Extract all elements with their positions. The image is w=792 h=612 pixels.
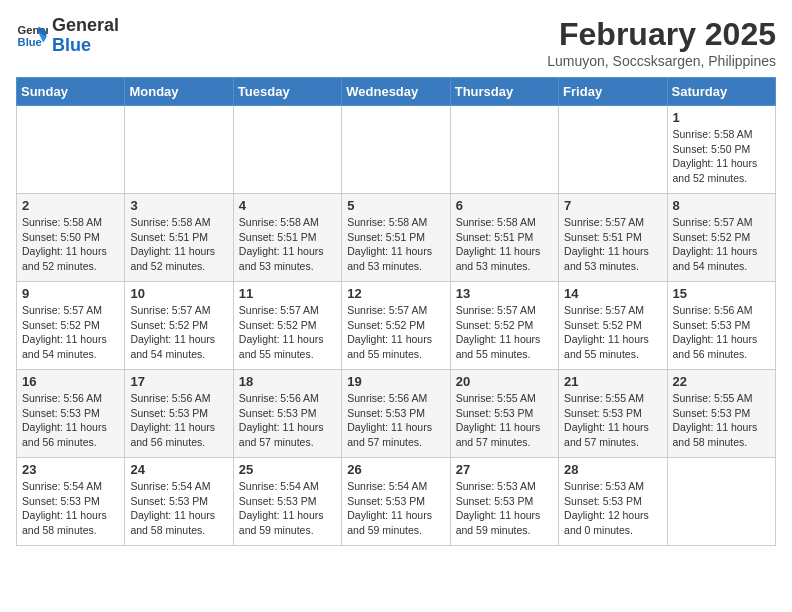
- day-info: Sunrise: 5:53 AM Sunset: 5:53 PM Dayligh…: [456, 479, 553, 538]
- day-info: Sunrise: 5:56 AM Sunset: 5:53 PM Dayligh…: [673, 303, 770, 362]
- calendar-cell: 6Sunrise: 5:58 AM Sunset: 5:51 PM Daylig…: [450, 194, 558, 282]
- day-info: Sunrise: 5:56 AM Sunset: 5:53 PM Dayligh…: [239, 391, 336, 450]
- weekday-header: Saturday: [667, 78, 775, 106]
- calendar-cell: 15Sunrise: 5:56 AM Sunset: 5:53 PM Dayli…: [667, 282, 775, 370]
- day-info: Sunrise: 5:57 AM Sunset: 5:52 PM Dayligh…: [130, 303, 227, 362]
- day-number: 27: [456, 462, 553, 477]
- calendar-cell: 18Sunrise: 5:56 AM Sunset: 5:53 PM Dayli…: [233, 370, 341, 458]
- day-number: 14: [564, 286, 661, 301]
- day-info: Sunrise: 5:55 AM Sunset: 5:53 PM Dayligh…: [456, 391, 553, 450]
- calendar-cell: 21Sunrise: 5:55 AM Sunset: 5:53 PM Dayli…: [559, 370, 667, 458]
- calendar-cell: [125, 106, 233, 194]
- day-number: 2: [22, 198, 119, 213]
- calendar-cell: 13Sunrise: 5:57 AM Sunset: 5:52 PM Dayli…: [450, 282, 558, 370]
- calendar-week-row: 16Sunrise: 5:56 AM Sunset: 5:53 PM Dayli…: [17, 370, 776, 458]
- weekday-header: Monday: [125, 78, 233, 106]
- calendar-week-row: 9Sunrise: 5:57 AM Sunset: 5:52 PM Daylig…: [17, 282, 776, 370]
- calendar-cell: 2Sunrise: 5:58 AM Sunset: 5:50 PM Daylig…: [17, 194, 125, 282]
- day-number: 4: [239, 198, 336, 213]
- calendar-cell: [450, 106, 558, 194]
- calendar-cell: 28Sunrise: 5:53 AM Sunset: 5:53 PM Dayli…: [559, 458, 667, 546]
- day-info: Sunrise: 5:53 AM Sunset: 5:53 PM Dayligh…: [564, 479, 661, 538]
- calendar-cell: 26Sunrise: 5:54 AM Sunset: 5:53 PM Dayli…: [342, 458, 450, 546]
- day-number: 22: [673, 374, 770, 389]
- day-number: 10: [130, 286, 227, 301]
- day-info: Sunrise: 5:55 AM Sunset: 5:53 PM Dayligh…: [564, 391, 661, 450]
- month-title: February 2025: [547, 16, 776, 53]
- day-number: 11: [239, 286, 336, 301]
- page-header: General Blue General Blue February 2025 …: [16, 16, 776, 69]
- day-info: Sunrise: 5:57 AM Sunset: 5:52 PM Dayligh…: [564, 303, 661, 362]
- calendar-cell: [559, 106, 667, 194]
- weekday-header: Wednesday: [342, 78, 450, 106]
- calendar-cell: 1Sunrise: 5:58 AM Sunset: 5:50 PM Daylig…: [667, 106, 775, 194]
- calendar-cell: 25Sunrise: 5:54 AM Sunset: 5:53 PM Dayli…: [233, 458, 341, 546]
- day-info: Sunrise: 5:57 AM Sunset: 5:51 PM Dayligh…: [564, 215, 661, 274]
- calendar-table: SundayMondayTuesdayWednesdayThursdayFrid…: [16, 77, 776, 546]
- calendar-cell: [342, 106, 450, 194]
- day-number: 7: [564, 198, 661, 213]
- day-number: 17: [130, 374, 227, 389]
- calendar-cell: 9Sunrise: 5:57 AM Sunset: 5:52 PM Daylig…: [17, 282, 125, 370]
- calendar-cell: 11Sunrise: 5:57 AM Sunset: 5:52 PM Dayli…: [233, 282, 341, 370]
- day-number: 15: [673, 286, 770, 301]
- day-number: 8: [673, 198, 770, 213]
- day-number: 12: [347, 286, 444, 301]
- day-info: Sunrise: 5:54 AM Sunset: 5:53 PM Dayligh…: [130, 479, 227, 538]
- calendar-cell: 14Sunrise: 5:57 AM Sunset: 5:52 PM Dayli…: [559, 282, 667, 370]
- logo-text: General Blue: [52, 16, 119, 56]
- day-info: Sunrise: 5:58 AM Sunset: 5:51 PM Dayligh…: [456, 215, 553, 274]
- calendar-cell: 8Sunrise: 5:57 AM Sunset: 5:52 PM Daylig…: [667, 194, 775, 282]
- calendar-cell: 19Sunrise: 5:56 AM Sunset: 5:53 PM Dayli…: [342, 370, 450, 458]
- day-number: 20: [456, 374, 553, 389]
- calendar-cell: 20Sunrise: 5:55 AM Sunset: 5:53 PM Dayli…: [450, 370, 558, 458]
- day-number: 19: [347, 374, 444, 389]
- logo-icon: General Blue: [16, 20, 48, 52]
- calendar-cell: 27Sunrise: 5:53 AM Sunset: 5:53 PM Dayli…: [450, 458, 558, 546]
- calendar-cell: 10Sunrise: 5:57 AM Sunset: 5:52 PM Dayli…: [125, 282, 233, 370]
- svg-text:Blue: Blue: [18, 35, 42, 47]
- calendar-cell: 22Sunrise: 5:55 AM Sunset: 5:53 PM Dayli…: [667, 370, 775, 458]
- calendar-cell: [17, 106, 125, 194]
- day-number: 28: [564, 462, 661, 477]
- day-info: Sunrise: 5:58 AM Sunset: 5:51 PM Dayligh…: [239, 215, 336, 274]
- day-number: 24: [130, 462, 227, 477]
- day-info: Sunrise: 5:54 AM Sunset: 5:53 PM Dayligh…: [347, 479, 444, 538]
- calendar-week-row: 23Sunrise: 5:54 AM Sunset: 5:53 PM Dayli…: [17, 458, 776, 546]
- calendar-week-row: 1Sunrise: 5:58 AM Sunset: 5:50 PM Daylig…: [17, 106, 776, 194]
- calendar-cell: 4Sunrise: 5:58 AM Sunset: 5:51 PM Daylig…: [233, 194, 341, 282]
- day-info: Sunrise: 5:57 AM Sunset: 5:52 PM Dayligh…: [347, 303, 444, 362]
- day-number: 21: [564, 374, 661, 389]
- calendar-cell: 12Sunrise: 5:57 AM Sunset: 5:52 PM Dayli…: [342, 282, 450, 370]
- day-number: 13: [456, 286, 553, 301]
- day-info: Sunrise: 5:56 AM Sunset: 5:53 PM Dayligh…: [22, 391, 119, 450]
- weekday-header: Thursday: [450, 78, 558, 106]
- location-subtitle: Lumuyon, Soccsksargen, Philippines: [547, 53, 776, 69]
- day-number: 9: [22, 286, 119, 301]
- calendar-cell: 7Sunrise: 5:57 AM Sunset: 5:51 PM Daylig…: [559, 194, 667, 282]
- day-info: Sunrise: 5:57 AM Sunset: 5:52 PM Dayligh…: [673, 215, 770, 274]
- day-info: Sunrise: 5:54 AM Sunset: 5:53 PM Dayligh…: [22, 479, 119, 538]
- day-number: 18: [239, 374, 336, 389]
- day-number: 16: [22, 374, 119, 389]
- weekday-header: Tuesday: [233, 78, 341, 106]
- day-info: Sunrise: 5:55 AM Sunset: 5:53 PM Dayligh…: [673, 391, 770, 450]
- day-number: 3: [130, 198, 227, 213]
- day-info: Sunrise: 5:58 AM Sunset: 5:51 PM Dayligh…: [347, 215, 444, 274]
- day-info: Sunrise: 5:58 AM Sunset: 5:50 PM Dayligh…: [673, 127, 770, 186]
- day-number: 25: [239, 462, 336, 477]
- day-info: Sunrise: 5:58 AM Sunset: 5:51 PM Dayligh…: [130, 215, 227, 274]
- day-info: Sunrise: 5:56 AM Sunset: 5:53 PM Dayligh…: [130, 391, 227, 450]
- day-number: 6: [456, 198, 553, 213]
- calendar-week-row: 2Sunrise: 5:58 AM Sunset: 5:50 PM Daylig…: [17, 194, 776, 282]
- day-info: Sunrise: 5:57 AM Sunset: 5:52 PM Dayligh…: [456, 303, 553, 362]
- day-info: Sunrise: 5:56 AM Sunset: 5:53 PM Dayligh…: [347, 391, 444, 450]
- calendar-cell: 3Sunrise: 5:58 AM Sunset: 5:51 PM Daylig…: [125, 194, 233, 282]
- calendar-cell: [667, 458, 775, 546]
- day-info: Sunrise: 5:57 AM Sunset: 5:52 PM Dayligh…: [239, 303, 336, 362]
- day-info: Sunrise: 5:58 AM Sunset: 5:50 PM Dayligh…: [22, 215, 119, 274]
- calendar-cell: 5Sunrise: 5:58 AM Sunset: 5:51 PM Daylig…: [342, 194, 450, 282]
- calendar-cell: 23Sunrise: 5:54 AM Sunset: 5:53 PM Dayli…: [17, 458, 125, 546]
- weekday-header: Sunday: [17, 78, 125, 106]
- title-area: February 2025 Lumuyon, Soccsksargen, Phi…: [547, 16, 776, 69]
